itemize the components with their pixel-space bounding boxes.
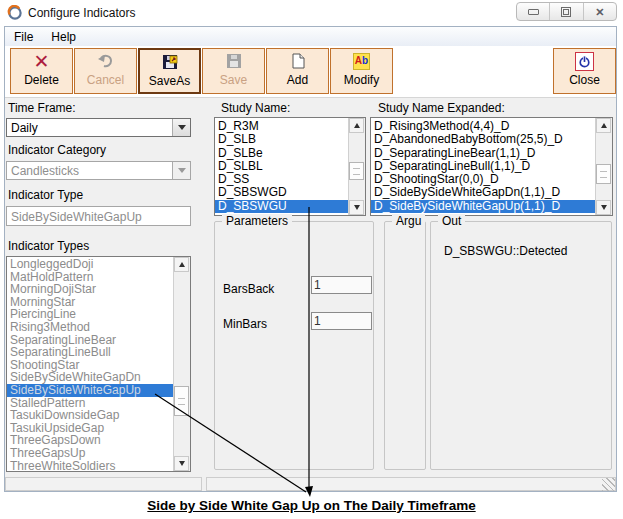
minbars-value: 1: [314, 314, 321, 328]
window-controls: ✕: [516, 2, 617, 21]
scroll-up-button[interactable]: [596, 118, 611, 133]
list-item[interactable]: MorningDojiStar: [7, 283, 174, 296]
list-item[interactable]: SeparatingLineBull: [7, 346, 174, 359]
time-frame-select[interactable]: Daily: [6, 118, 191, 137]
list-item[interactable]: D_SLB: [215, 133, 349, 146]
app-logo-icon: [7, 5, 23, 21]
list-item[interactable]: D_SS: [215, 173, 349, 186]
vertical-scrollbar[interactable]: [595, 118, 612, 215]
minbars-label: MinBars: [223, 317, 267, 331]
scroll-up-button[interactable]: [174, 257, 189, 272]
list-item-selected[interactable]: D_SideBySideWhiteGapUp(1,1)_D: [371, 200, 596, 213]
scroll-down-button[interactable]: [174, 456, 189, 471]
study-name-expanded-label: Study Name Expanded:: [378, 101, 505, 115]
time-frame-dropdown-button[interactable]: [172, 119, 190, 136]
list-item[interactable]: ThreeWhiteSoldiers: [7, 460, 174, 473]
scrollbar-thumb[interactable]: [596, 164, 611, 184]
cancel-button-label: Cancel: [75, 73, 136, 87]
indicator-category-label: Indicator Category: [8, 143, 106, 157]
delete-button[interactable]: ✕ Delete: [10, 48, 73, 94]
list-item[interactable]: Rising3Method: [7, 321, 174, 334]
indicator-types-label: Indicator Types: [8, 239, 89, 253]
vertical-scrollbar[interactable]: [173, 257, 190, 471]
list-item-selected[interactable]: D_SBSWGU: [215, 200, 349, 213]
configure-indicators-window: Configure Indicators ✕ File Help ✕ Delet…: [0, 0, 623, 519]
minimize-icon: [528, 9, 539, 15]
list-item[interactable]: D_AbandonedBabyBottom(25,5)_D: [371, 133, 596, 146]
maximize-icon: [561, 7, 571, 17]
save-button[interactable]: Save: [202, 48, 265, 94]
delete-x-icon: ✕: [11, 49, 72, 73]
study-name-list[interactable]: D_R3M D_SLB D_SLBe D_SLBL D_SS D_SBSWGD …: [214, 117, 366, 216]
add-button[interactable]: Add: [266, 48, 329, 94]
list-item[interactable]: D_SeparatingLineBear(1,1)_D: [371, 147, 596, 160]
study-name-label: Study Name:: [221, 101, 290, 115]
status-bar-right: [206, 477, 616, 491]
out-caption: Out: [438, 214, 465, 228]
scroll-up-button[interactable]: [349, 118, 364, 133]
scroll-down-button[interactable]: [349, 200, 364, 215]
list-item[interactable]: D_Rising3Method(4,4)_D: [371, 120, 596, 133]
arguments-caption: Argu: [392, 214, 425, 228]
study-name-expanded-list[interactable]: D_Rising3Method(4,4)_D D_AbandonedBabyBo…: [370, 117, 613, 216]
barsback-field[interactable]: 1: [311, 276, 372, 294]
list-item[interactable]: ThreeGapsUp: [7, 447, 174, 460]
arrow-down-icon: [601, 205, 607, 210]
vertical-scrollbar[interactable]: [348, 118, 365, 215]
menu-file[interactable]: File: [5, 30, 42, 44]
modify-ab-icon: Ab: [331, 49, 392, 73]
scroll-down-button[interactable]: [596, 200, 611, 215]
out-value: D_SBSWGU::Detected: [444, 244, 567, 258]
annotation-text: Side by Side White Gap Up on The Daily T…: [0, 498, 623, 513]
undo-arrow-icon: [75, 49, 136, 73]
time-frame-value: Daily: [11, 121, 38, 135]
power-icon: [554, 49, 615, 73]
save-as-button-label: SaveAs: [140, 74, 199, 88]
indicator-types-list[interactable]: LongleggedDoji MatHoldPattern MorningDoj…: [6, 256, 191, 472]
save-button-label: Save: [203, 73, 264, 87]
indicator-type-value: SideBySideWhiteGapUp: [11, 210, 142, 224]
indicator-category-value: Candlesticks: [11, 164, 79, 178]
close-button[interactable]: ✕: [584, 3, 616, 20]
arrow-down-icon: [179, 461, 185, 466]
list-item[interactable]: TasukiDownsideGap: [7, 409, 174, 422]
list-item[interactable]: D_SLBL: [215, 160, 349, 173]
minimize-button[interactable]: [517, 3, 550, 20]
indicator-type-field: SideBySideWhiteGapUp: [6, 206, 191, 226]
modify-button[interactable]: Ab Modify: [330, 48, 393, 94]
minbars-field[interactable]: 1: [311, 312, 372, 330]
delete-button-label: Delete: [11, 73, 72, 87]
scrollbar-thumb[interactable]: [174, 386, 189, 416]
arrow-down-icon: [354, 205, 360, 210]
list-item[interactable]: D_SideBySideWhiteGapDn(1,1)_D: [371, 186, 596, 199]
time-frame-label: Time Frame:: [8, 101, 76, 115]
toolbar: ✕ Delete Cancel SaveAs Save Add: [5, 46, 616, 98]
scrollbar-thumb[interactable]: [349, 162, 364, 180]
list-item[interactable]: D_SeparatingLineBull(1,1)_D: [371, 160, 596, 173]
list-item[interactable]: LongleggedDoji: [7, 258, 174, 271]
list-item[interactable]: D_ShootingStar(0,0)_D: [371, 173, 596, 186]
modify-button-label: Modify: [331, 73, 392, 87]
close-toolbar-button[interactable]: Close: [553, 48, 616, 94]
arguments-group: Argu: [384, 221, 426, 470]
parameters-caption: Parameters: [222, 214, 292, 228]
cancel-button[interactable]: Cancel: [74, 48, 137, 94]
menu-help[interactable]: Help: [42, 30, 85, 44]
title-bar: Configure Indicators ✕: [0, 0, 623, 26]
maximize-button[interactable]: [550, 3, 583, 20]
close-toolbar-button-label: Close: [554, 73, 615, 87]
resize-grip-icon[interactable]: [602, 478, 615, 491]
save-as-button[interactable]: SaveAs: [138, 48, 201, 94]
arrow-up-icon: [354, 123, 360, 128]
close-icon: ✕: [595, 7, 604, 17]
chevron-down-icon: [178, 168, 186, 173]
status-bar-left: [5, 477, 202, 491]
list-item[interactable]: D_R3M: [215, 120, 349, 133]
arrow-up-icon: [179, 262, 185, 267]
list-item[interactable]: D_SLBe: [215, 147, 349, 160]
list-item-selected[interactable]: SideBySideWhiteGapUp: [7, 384, 174, 397]
indicator-category-select: Candlesticks: [6, 161, 191, 180]
arrow-up-icon: [601, 123, 607, 128]
menu-bar: File Help: [5, 27, 616, 47]
list-item[interactable]: D_SBSWGD: [215, 186, 349, 199]
